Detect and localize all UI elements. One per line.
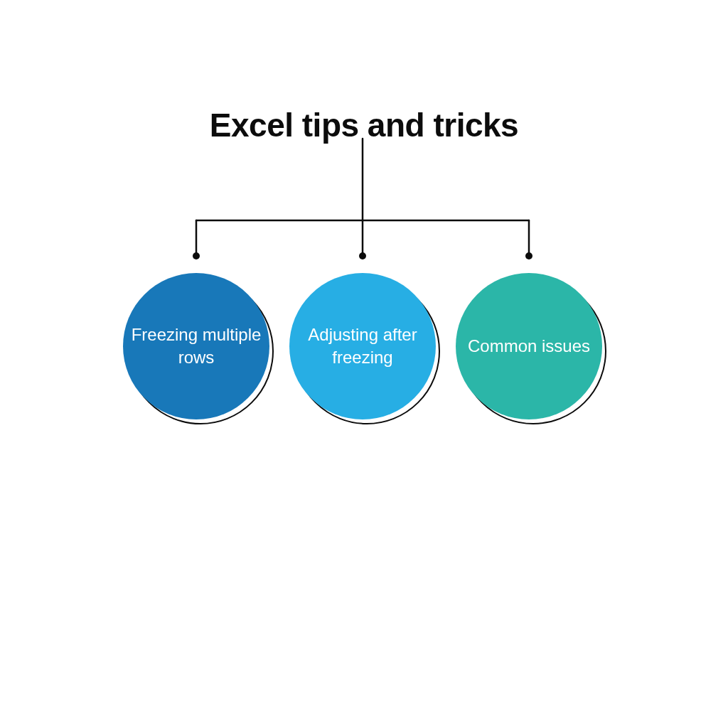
svg-point-7 — [525, 252, 532, 259]
node-label: Freezing multiple rows — [123, 323, 269, 370]
node-label: Adjusting after freezing — [289, 323, 436, 370]
diagram-stage: Excel tips and tricks Freezing multiple … — [0, 0, 728, 728]
node-fill: Freezing multiple rows — [123, 273, 269, 419]
diagram-title: Excel tips and tricks — [0, 106, 728, 144]
node-adjusting-after-freezing: Adjusting after freezing — [289, 273, 436, 419]
node-common-issues: Common issues — [456, 273, 602, 419]
node-label: Common issues — [461, 335, 597, 358]
node-fill: Adjusting after freezing — [289, 273, 436, 419]
node-freezing-multiple-rows: Freezing multiple rows — [123, 273, 269, 419]
svg-point-3 — [193, 252, 200, 259]
svg-point-5 — [359, 252, 366, 259]
node-fill: Common issues — [456, 273, 602, 419]
